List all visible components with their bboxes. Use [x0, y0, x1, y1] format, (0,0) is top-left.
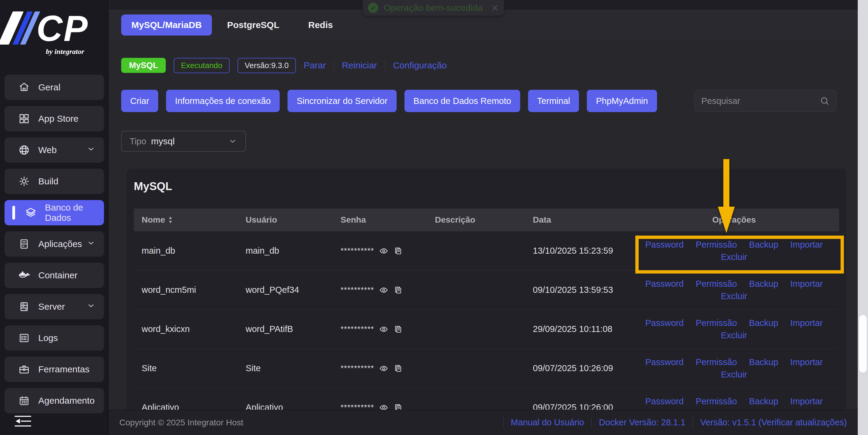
divider: [334, 60, 334, 70]
permission-link[interactable]: Permissão: [695, 240, 737, 250]
delete-link[interactable]: Excluir: [721, 291, 747, 301]
create-button[interactable]: Criar: [121, 90, 158, 112]
remote-database-button[interactable]: Banco de Dados Remoto: [404, 90, 520, 112]
app-version-link[interactable]: Versão: v1.5.1 (Verificar atualizações): [700, 417, 847, 428]
cell-usuario: word_PQef34: [238, 285, 333, 295]
import-link[interactable]: Importar: [790, 318, 823, 328]
logo-subtitle: by integrator: [46, 47, 108, 56]
sidebar-item-geral[interactable]: Geral: [4, 75, 104, 100]
copy-icon[interactable]: [393, 285, 403, 295]
backup-link[interactable]: Backup: [749, 357, 778, 367]
restart-link[interactable]: Reiniciar: [342, 60, 377, 70]
divider: [591, 417, 592, 428]
tab-redis[interactable]: Redis: [294, 20, 347, 30]
footer: Copyright © 2025 Integrator Host Manual …: [108, 410, 868, 435]
sidebar-item-agendamento[interactable]: Agendamento: [4, 388, 104, 413]
show-password-icon[interactable]: [379, 364, 389, 373]
cell-senha: **********: [333, 325, 427, 334]
password-link[interactable]: Password: [645, 279, 684, 289]
sidebar-item-label: Server: [38, 302, 65, 312]
show-password-icon[interactable]: [379, 325, 389, 334]
app-window: CP by integrator Geral App Store Web Bui…: [0, 0, 868, 435]
tab-mysql-mariadb[interactable]: MySQL/MariaDB: [121, 14, 212, 36]
backup-link[interactable]: Backup: [749, 279, 778, 289]
password-link[interactable]: Password: [645, 357, 684, 367]
tab-postgresql[interactable]: PostgreSQL: [213, 20, 293, 30]
copy-icon[interactable]: [393, 364, 403, 373]
password-link[interactable]: Password: [645, 240, 684, 250]
show-password-icon[interactable]: [379, 285, 389, 295]
permission-link[interactable]: Permissão: [695, 279, 737, 289]
type-select-value: mysql: [151, 136, 175, 146]
password-link[interactable]: Password: [645, 318, 684, 328]
import-link[interactable]: Importar: [790, 357, 823, 367]
sidebar-item-label: App Store: [38, 113, 79, 124]
gear-icon: [18, 175, 30, 188]
stop-link[interactable]: Parar: [304, 60, 326, 70]
sidebar-collapse-button[interactable]: [14, 414, 32, 428]
toolbox-icon: [18, 363, 30, 376]
calendar-icon: [18, 394, 30, 407]
backup-link[interactable]: Backup: [749, 240, 778, 250]
sidebar-item-server[interactable]: Server: [4, 294, 104, 319]
sidebar-item-logs[interactable]: Logs: [4, 325, 104, 350]
delete-link[interactable]: Excluir: [721, 370, 747, 379]
sidebar-item-app-store[interactable]: App Store: [4, 106, 104, 131]
backup-link[interactable]: Backup: [749, 318, 778, 328]
footer-links: Manual do Usuário Docker Versão: 28.1.1 …: [503, 417, 847, 428]
collapse-sidebar-icon: [14, 414, 32, 428]
show-password-icon[interactable]: [379, 246, 389, 256]
sidebar-item-build[interactable]: Build: [4, 169, 104, 194]
docker-version-link[interactable]: Docker Versão: 28.1.1: [599, 417, 685, 428]
docker-icon: [18, 269, 30, 282]
column-header-nome[interactable]: Nome: [134, 215, 238, 225]
terminal-button[interactable]: Terminal: [528, 90, 579, 112]
close-icon[interactable]: ✕: [491, 3, 499, 13]
sidebar-item-label: Build: [38, 176, 59, 187]
cell-senha: **********: [333, 246, 427, 256]
server-icon: [18, 300, 30, 313]
copy-icon[interactable]: [393, 325, 403, 334]
permission-link[interactable]: Permissão: [695, 357, 737, 367]
configuration-link[interactable]: Configuração: [393, 60, 447, 70]
import-link[interactable]: Importar: [790, 279, 823, 289]
table-header-row: Nome Usuário Senha Descrição Data Operaç…: [134, 208, 839, 231]
permission-link[interactable]: Permissão: [695, 396, 737, 406]
vertical-scrollbar[interactable]: [858, 0, 868, 435]
sidebar-item-aplicacoes[interactable]: Aplicações: [4, 231, 104, 257]
user-manual-link[interactable]: Manual do Usuário: [511, 417, 584, 428]
sidebar-item-container[interactable]: Container: [4, 263, 104, 288]
permission-link[interactable]: Permissão: [695, 318, 737, 328]
search-input[interactable]: [701, 96, 819, 106]
version-badge: Versão:9.3.0: [238, 58, 296, 73]
sync-server-button[interactable]: Sincronizar do Servidor: [287, 90, 396, 112]
globe-icon: [18, 144, 30, 156]
delete-link[interactable]: Excluir: [721, 331, 747, 340]
cell-operacoes: Password Permissão Backup Importar Exclu…: [629, 318, 839, 340]
sidebar-item-banco-de-dados[interactable]: Banco de Dados: [4, 200, 104, 225]
copy-icon[interactable]: [393, 246, 403, 256]
table-row: word_ncm5mi word_PQef34 ********** 09/10…: [134, 270, 839, 310]
sort-icon[interactable]: [168, 216, 173, 224]
phpmyadmin-button[interactable]: PhpMyAdmin: [587, 90, 657, 112]
check-circle-icon: [368, 3, 378, 13]
divider: [503, 417, 504, 428]
connection-info-button[interactable]: Informações de conexão: [166, 90, 280, 112]
password-link[interactable]: Password: [645, 396, 684, 406]
import-link[interactable]: Importar: [790, 240, 823, 250]
type-select[interactable]: Tipo mysql: [121, 131, 246, 152]
logs-icon: [18, 332, 30, 344]
divider: [385, 60, 385, 70]
home-icon: [18, 81, 30, 94]
logo: CP by integrator: [0, 9, 108, 56]
actions-toolbar: Criar Informações de conexão Sincronizar…: [121, 90, 837, 112]
sidebar-item-web[interactable]: Web: [4, 137, 104, 163]
scrollbar-thumb[interactable]: [859, 315, 867, 373]
import-link[interactable]: Importar: [790, 396, 823, 406]
sidebar-item-ferramentas[interactable]: Ferramentas: [4, 357, 104, 382]
cell-nome: Site: [134, 363, 238, 373]
backup-link[interactable]: Backup: [749, 396, 778, 406]
sidebar-item-label: Logs: [38, 333, 58, 343]
delete-link[interactable]: Excluir: [721, 252, 747, 262]
table-row: word_kxicxn word_PAtifB ********** 29/09…: [134, 310, 839, 349]
